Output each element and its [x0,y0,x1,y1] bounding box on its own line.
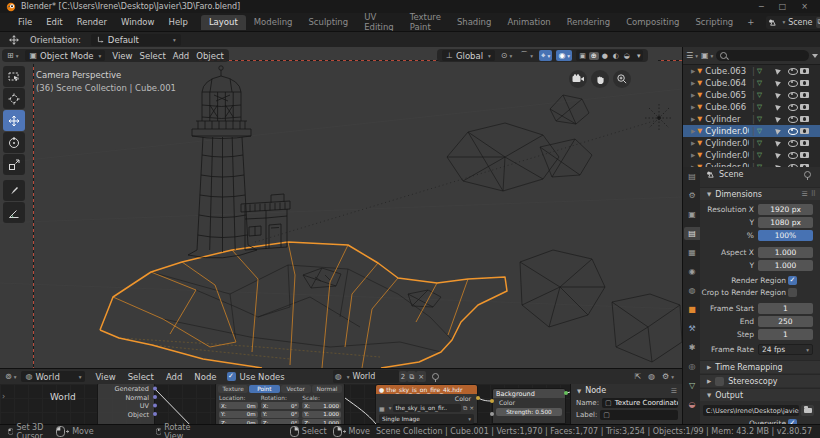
viewport-menu-object[interactable]: Object [196,51,224,61]
users-count-button[interactable]: 2 [399,371,407,382]
render-region-checkbox[interactable]: ✓ [788,276,797,285]
viewport-menu-view[interactable]: View [112,51,132,61]
hide-eye-icon[interactable] [788,116,798,123]
outliner-row[interactable]: ▶▼Cylinder.003|▽ [683,149,820,161]
wireframe-shading-icon[interactable]: ⊕ [589,52,599,60]
scale-z-input[interactable]: Z:1.000 [302,419,341,424]
unlink-datablock-icon[interactable]: × [416,371,426,382]
overlays-toggle[interactable]: ◉▾ [556,50,572,61]
editor-type-icon[interactable]: ▤ [684,170,700,183]
browse-folder-button[interactable] [801,405,814,416]
shader-menu-view[interactable]: View [89,372,121,382]
output-path-input[interactable]: C:\Users\Irene\Desktop\javier\.. [703,405,799,416]
shader-node-canvas[interactable]: › World Generated Normal UV Object Textu… [0,384,682,424]
frame-start-input[interactable]: 1 [758,303,813,314]
menu-window[interactable]: Window [114,17,162,27]
select-pointer-icon[interactable] [775,115,782,122]
mapping-node[interactable]: Texture Point Vector Normal Location: X:… [215,384,345,424]
mapping-tab-normal[interactable]: Normal [312,385,342,393]
world-datablock[interactable]: ◍▾ World [333,370,399,383]
tab-scene[interactable]: ◉ [684,265,700,278]
select-pointer-icon[interactable] [775,103,782,110]
image-datablock[interactable]: the_sky_is_on_fir.. [393,404,461,412]
xray-toggle-icon[interactable]: ▣ [577,52,588,60]
rotation-x-input[interactable]: X:0° [261,402,300,409]
outliner-row[interactable]: ▶▼Cylinder.002|▽ [683,137,820,149]
rendered-shading-icon[interactable]: ◒ [622,52,632,60]
tab-modifiers[interactable]: ⚒ [684,322,700,335]
environment-texture-node[interactable]: ●the_sky_is_on_fire_4k.hdr Color ▦▾ the_… [375,384,478,424]
render-visibility-icon[interactable] [800,68,809,74]
close-icon[interactable]: × [801,2,808,11]
render-visibility-icon[interactable] [800,92,809,98]
scale-x-input[interactable]: X:1.000 [302,402,341,409]
strength-slider[interactable]: Strength:0.500 [496,408,562,416]
env-texture-header[interactable]: ●the_sky_is_on_fire_4k.hdr [376,385,477,394]
scale-tool[interactable] [3,154,25,175]
hide-eye-icon[interactable] [788,128,798,135]
render-visibility-icon[interactable] [800,128,809,134]
maximize-icon[interactable]: □ [779,2,787,11]
outliner-row-selected[interactable]: ▶▼Cylinder.001|▽ [683,125,820,137]
aspect-y-input[interactable]: 1.000 [758,260,813,271]
tab-rendering[interactable]: Rendering [559,15,618,30]
background-header[interactable]: Background [493,389,565,398]
outliner-row[interactable]: ▶▼Cube.063|▽ [683,65,820,77]
move-tool[interactable] [3,110,25,131]
mapping-tab-texture[interactable]: Texture [218,385,248,393]
tab-view-layer[interactable]: ▦ [684,246,700,259]
background-node[interactable]: Background Color Strength:0.500 [492,388,566,424]
select-pointer-icon[interactable] [775,151,782,158]
mapping-tab-point[interactable]: Point [249,385,279,393]
menu-render[interactable]: Render [70,17,114,27]
mapping-tab-vector[interactable]: Vector [281,385,311,393]
menu-help[interactable]: Help [161,17,194,27]
shader-menu-select[interactable]: Select [122,372,160,382]
location-z-input[interactable]: Z:0m [219,419,258,424]
viewport-3d[interactable]: ⊞▾ ▣ Object Mode ▾ View Select Add Objec… [0,47,682,368]
unlink-image-icon[interactable]: × [469,405,474,411]
measure-tool[interactable] [3,202,25,223]
expand-arrow-icon[interactable]: ▼ [577,388,581,394]
editor-type-icon[interactable]: ⊚▾ [5,372,16,381]
snap-dropdown[interactable]: ⌒▾ [518,50,535,61]
select-pointer-icon[interactable] [775,91,782,98]
tab-layout[interactable]: Layout [201,15,246,30]
solid-shading-icon[interactable]: ● [600,52,610,60]
scale-y-input[interactable]: Y:1.000 [302,411,341,418]
render-visibility-icon[interactable] [800,116,809,122]
annotate-tool[interactable] [3,180,25,201]
render-visibility-icon[interactable] [800,152,809,158]
menu-file[interactable]: File [11,17,39,27]
shader-menu-add[interactable]: Add [160,372,188,382]
box-select-tool[interactable] [3,66,25,87]
stereoscopy-checkbox[interactable] [715,377,724,386]
node-label-input[interactable]: ▢ [600,410,678,420]
rotation-y-input[interactable]: Y:0° [261,411,300,418]
outliner-row[interactable]: ▶▼Cube.066|▽ [683,101,820,113]
tab-render[interactable]: ▣ [684,208,700,221]
tab-object[interactable]: ■ [684,303,700,316]
tab-shading[interactable]: Shading [449,15,500,30]
resolution-x-input[interactable]: 1920 px [758,204,813,215]
tab-world[interactable]: ◍ [684,284,700,297]
render-visibility-icon[interactable] [800,140,809,146]
minimize-icon[interactable]: ─ [759,2,764,11]
breadcrumb-label[interactable]: Scene [719,170,743,179]
location-y-input[interactable]: Y:0m [219,411,258,418]
filter-icon[interactable] [812,54,818,58]
outliner-row[interactable]: ▶▼Cube.064|▽ [683,77,820,89]
rotation-z-input[interactable]: Z:0° [261,419,300,424]
panel-header-stereoscopy[interactable]: ▶Stereoscopy [700,374,820,387]
frame-rate-dropdown[interactable]: 24 fps▾ [758,344,813,355]
hide-eye-icon[interactable] [788,92,798,99]
tab-compositing[interactable]: Compositing [618,15,687,30]
outliner-row[interactable]: ▶▼Cylinder|▽ [683,113,820,125]
editor-type-icon[interactable]: ⊞▾ [7,51,18,60]
node-name-input[interactable]: ▢Texture Coordinate [602,398,678,408]
tab-output[interactable]: ▤ [684,227,700,240]
add-workspace-button[interactable]: + [741,17,760,27]
location-x-input[interactable]: X:0m [219,402,258,409]
viewport-menu-select[interactable]: Select [140,51,166,61]
tab-modeling[interactable]: Modeling [246,15,301,30]
